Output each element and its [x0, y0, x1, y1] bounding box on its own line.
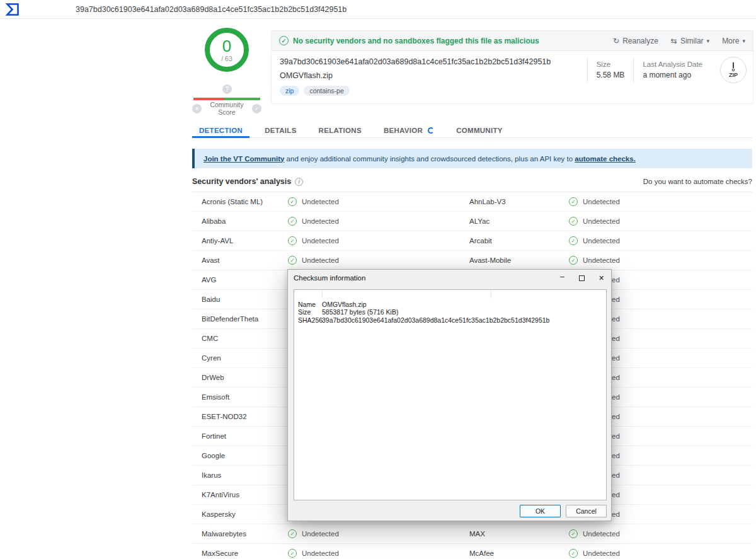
dialog-title: Checksum information [294, 274, 365, 282]
file-summary-card: ✓ No security vendors and no sandboxes f… [271, 30, 753, 104]
vendor-name: Antiy-AVL [192, 237, 288, 245]
last-analysis-label: Last Analysis Date [643, 61, 702, 68]
minimize-icon[interactable]: – [553, 270, 572, 286]
check-circle-icon: ✓ [569, 529, 578, 538]
vendor-status: ✓Undetected [569, 549, 752, 558]
vendor-status: ✓Undetected [288, 529, 469, 538]
vote-down-icon[interactable]: ✕ [192, 104, 202, 113]
check-circle-icon: ✓ [288, 549, 297, 558]
vendor-status: ✓Undetected [569, 236, 752, 245]
vendor-name: Malwarebytes [192, 530, 288, 538]
maximize-icon[interactable] [572, 270, 592, 286]
vendor-name: Avast [192, 256, 288, 264]
checksum-field-label: SHA256 [298, 316, 318, 324]
automate-checks-question-link[interactable]: Do you want to automate checks? [643, 178, 752, 185]
vote-up-icon[interactable]: ✓ [252, 104, 261, 113]
check-circle-icon: ✓ [569, 197, 578, 206]
tab-community[interactable]: COMMUNITY [449, 124, 510, 137]
last-analysis-value: a moment ago [643, 71, 702, 79]
reanalyze-icon: ↻ [613, 37, 619, 45]
vendor-status: ✓Undetected [569, 529, 752, 538]
table-row: Avast✓UndetectedAvast-Mobile✓Undetected [192, 251, 752, 270]
vendors-section-header: Security vendors' analysis i Do you want… [192, 171, 752, 192]
vendor-name: McAfee [469, 550, 569, 557]
vendor-name: ESET-NOD32 [192, 413, 288, 420]
checksum-field-value: 5853817 bytes (5716 KiB) [322, 308, 398, 316]
join-vt-community-link[interactable]: Join the VT Community [203, 155, 284, 163]
file-tag[interactable]: contains-pe [304, 86, 349, 96]
vendor-name: Fortinet [192, 432, 288, 440]
vendor-status-label: Undetected [583, 256, 620, 264]
vendor-name: MaxSecure [192, 550, 288, 557]
tab-label: DETAILS [265, 127, 296, 134]
check-circle-icon: ✓ [288, 217, 297, 226]
vendor-status: ✓Undetected [569, 217, 752, 226]
vendor-name: Alibaba [192, 217, 288, 225]
top-search-bar [0, 0, 756, 19]
vendor-status-label: Undetected [583, 550, 620, 557]
chevron-down-icon: ▾ [742, 38, 745, 44]
vendor-status-label: Undetected [302, 550, 339, 557]
file-size-block: Size 5.58 MB [587, 58, 634, 82]
tab-relations[interactable]: RELATIONS [312, 124, 369, 137]
file-tags: zipcontains-pe [280, 86, 745, 96]
section-title: Security vendors' analysis [192, 177, 291, 186]
check-circle-icon: ✓ [288, 197, 297, 206]
ok-button[interactable]: OK [520, 505, 561, 517]
vendor-status-label: Undetected [302, 217, 339, 225]
verdict-message: ✓ No security vendors and no sandboxes f… [279, 36, 539, 45]
table-row: Antiy-AVL✓UndetectedArcabit✓Undetected [192, 231, 752, 251]
zip-file-icon: ZIP [720, 57, 747, 83]
checksum-field-value: 39a7bd30c61903e641afa02d03a689d8a1c4ce51… [322, 316, 549, 324]
vendor-name: K7AntiVirus [192, 491, 288, 498]
search-input[interactable] [76, 5, 756, 14]
vendor-name: Ikarus [192, 471, 288, 479]
file-tag[interactable]: zip [280, 86, 299, 96]
checksum-field-label: Name [298, 301, 318, 308]
vendor-status-label: Undetected [302, 198, 339, 205]
vendor-name: MAX [469, 530, 569, 538]
vendor-status: ✓Undetected [288, 197, 469, 206]
dialog-titlebar[interactable]: Checksum information – ✕ [288, 270, 611, 286]
vendor-name: Emsisoft [192, 393, 288, 401]
checksum-field-value: OMGVflash.zip [322, 301, 367, 308]
reanalyze-button[interactable]: ↻ Reanalyze [613, 37, 658, 45]
checksum-row: NameOMGVflash.zip [294, 301, 606, 308]
check-circle-icon: ✓ [569, 236, 578, 245]
more-button[interactable]: More ▾ [722, 37, 745, 45]
detection-score-gauge: 0 / 63 [205, 28, 249, 72]
vendor-status: ✓Undetected [288, 549, 469, 558]
check-circle-icon: ✓ [279, 36, 289, 45]
detection-score-widget: 0 / 63 ? ✕ Community Score ✓ [192, 28, 261, 72]
similar-icon: ⇆ [671, 37, 677, 45]
similar-button[interactable]: ⇆ Similar ▾ [671, 37, 709, 45]
vendor-name: AVG [192, 276, 288, 284]
vendor-status-label: Undetected [302, 237, 339, 245]
vendor-status-label: Undetected [583, 530, 620, 538]
vendor-name: AhnLab-V3 [469, 198, 569, 205]
help-icon: ? [222, 84, 232, 94]
vendor-name: Baidu [192, 296, 288, 303]
checksum-row: SHA25639a7bd30c61903e641afa02d03a689d8a1… [294, 316, 606, 324]
size-value: 5.58 MB [597, 71, 625, 79]
vendor-name: Arcabit [469, 237, 569, 245]
tab-detection[interactable]: DETECTION [192, 124, 249, 137]
cancel-button[interactable]: Cancel [566, 505, 607, 517]
automate-checks-link[interactable]: automate checks. [575, 155, 636, 163]
tab-behavior[interactable]: BEHAVIOR [377, 124, 441, 137]
community-score-bar [193, 98, 260, 100]
tab-details[interactable]: DETAILS [258, 124, 303, 137]
info-icon[interactable]: i [295, 178, 303, 186]
checksum-field-label: Size [298, 308, 318, 316]
vendor-name: Kaspersky [192, 510, 288, 518]
vendor-status-label: Undetected [302, 256, 339, 264]
check-circle-icon: ✓ [569, 549, 578, 558]
vendor-name: ALYac [469, 217, 569, 225]
virustotal-logo-icon[interactable] [5, 2, 20, 17]
table-row: Acronis (Static ML)✓UndetectedAhnLab-V3✓… [192, 192, 752, 212]
community-score-label: Community Score [202, 101, 252, 116]
close-icon[interactable]: ✕ [592, 270, 611, 286]
column-divider [491, 290, 491, 298]
vendor-name: Google [192, 452, 288, 459]
check-circle-icon: ✓ [288, 256, 297, 265]
